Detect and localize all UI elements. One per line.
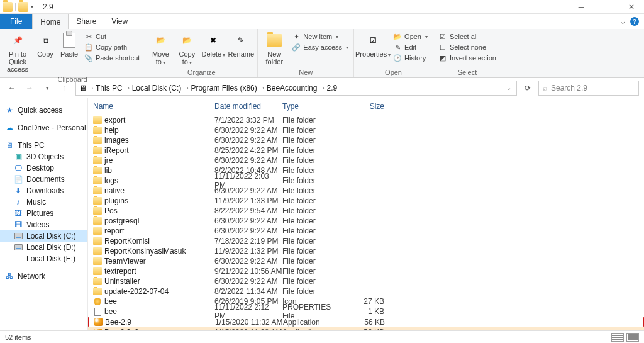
file-row[interactable]: Bee-2.91/15/2020 11:32 AMApplication56 K… (88, 317, 644, 327)
sidebar-item-this-pc[interactable]: 🖥This PC (0, 140, 87, 151)
sidebar-item-3d-objects[interactable]: ▣3D Objects (0, 151, 87, 162)
file-row[interactable]: ReportKomisi7/18/2022 2:19 PMFile folder (88, 236, 644, 246)
file-row[interactable]: bee11/11/2022 2:12 PMPROPERTIES File1 KB (88, 306, 644, 317)
breadcrumb-bar[interactable]: 🖥 ›This PC ›Local Disk (C:) ›Program Fil… (75, 81, 517, 96)
search-box[interactable]: ⌕ Search 2.9 (538, 81, 639, 96)
file-row[interactable]: help6/30/2022 9:22 AMFile folder (88, 125, 644, 135)
sidebar-item-network[interactable]: 🖧Network (0, 271, 87, 282)
sidebar-item-local-disk-e[interactable]: Local Disk (E:) (0, 253, 87, 264)
sidebar-item-pictures[interactable]: 🖼Pictures (0, 208, 87, 219)
select-none-button[interactable]: ☐Select none (436, 42, 499, 52)
file-row[interactable]: images6/30/2022 9:22 AMFile folder (88, 135, 644, 145)
file-type: Application (282, 328, 340, 330)
move-to-button[interactable]: 📂Move to▾ (148, 30, 173, 67)
edit-icon: ✎ (393, 43, 402, 52)
easy-access-button[interactable]: 🔗Easy access▾ (289, 42, 351, 52)
file-list[interactable]: export7/1/2022 3:32 PMFile folderhelp6/3… (88, 115, 644, 330)
file-row[interactable]: export7/1/2022 3:32 PMFile folder (88, 115, 644, 125)
file-row[interactable]: report6/30/2022 9:22 AMFile folder (88, 226, 644, 236)
back-button[interactable]: ← (5, 81, 19, 95)
file-row[interactable]: Uninstaller6/30/2022 9:22 AMFile folder (88, 276, 644, 286)
sidebar-item-quick-access[interactable]: ★Quick access (0, 104, 87, 116)
sidebar-item-downloads[interactable]: ⬇Downloads (0, 185, 87, 196)
tab-home[interactable]: Home (32, 14, 69, 29)
pin-to-quick-access-button[interactable]: 📌 Pin to Quick access (3, 30, 33, 74)
maximize-button[interactable]: ☐ (594, 0, 619, 14)
delete-button[interactable]: ✖Delete▾ (201, 30, 226, 60)
minimize-button[interactable]: ─ (569, 0, 594, 14)
sidebar-item-documents[interactable]: 📄Documents (0, 174, 87, 185)
column-header-size[interactable]: Size (340, 101, 384, 112)
copy-button[interactable]: ⧉ Copy (34, 30, 57, 59)
column-header-date[interactable]: Date modified (214, 101, 282, 112)
help-icon[interactable]: ? (630, 17, 639, 26)
new-folder-button[interactable]: New folder (260, 30, 288, 67)
tab-file[interactable]: File (0, 14, 32, 29)
sidebar-item-desktop[interactable]: 🖵Desktop (0, 162, 87, 174)
tab-view[interactable]: View (104, 14, 135, 29)
folder-icon[interactable] (18, 2, 28, 12)
forward-button[interactable]: → (23, 81, 36, 95)
file-row[interactable]: plugins11/9/2022 1:33 PMFile folder (88, 196, 644, 206)
file-row[interactable]: bee6/26/2019 9:05 PMIcon27 KB (88, 296, 644, 306)
column-header-type[interactable]: Type (282, 101, 340, 112)
large-icons-view-button[interactable] (626, 333, 639, 342)
paste-button[interactable]: Paste (58, 30, 80, 59)
copy-to-button[interactable]: 📂Copy to▾ (174, 30, 199, 67)
file-row[interactable]: Bee-2.9v21/15/2020 11:33 AMApplication56… (88, 327, 644, 330)
sidebar-item-local-disk-d[interactable]: Local Disk (D:) (0, 242, 87, 253)
file-row[interactable]: logs11/11/2022 2:03 PMFile folder (88, 176, 644, 186)
file-row[interactable]: native6/30/2022 9:22 AMFile folder (88, 186, 644, 196)
cut-button[interactable]: ✂Cut (82, 31, 142, 42)
chevron-down-icon[interactable]: ▾ (31, 4, 33, 9)
collapse-ribbon-icon[interactable]: ⌵ (621, 18, 625, 26)
sidebar-item-music[interactable]: ♪Music (0, 196, 87, 208)
sidebar-item-onedrive[interactable]: ☁OneDrive - Personal (0, 122, 87, 133)
file-row[interactable]: Pos8/22/2022 9:54 AMFile folder (88, 206, 644, 216)
select-all-button[interactable]: ☑Select all (436, 31, 499, 42)
refresh-button[interactable]: ⟳ (521, 81, 535, 95)
new-item-button[interactable]: ✦New item▾ (289, 31, 351, 42)
history-icon: 🕑 (393, 53, 402, 62)
ribbon-group-clipboard: 📌 Pin to Quick access ⧉ Copy Paste ✂Cut … (0, 29, 145, 77)
rename-button[interactable]: ✎Rename (227, 30, 255, 59)
edit-button[interactable]: ✎Edit (391, 42, 430, 52)
breadcrumb-item[interactable]: Program Files (x86) (191, 84, 257, 93)
file-row[interactable]: textreport9/21/2022 10:56 AMFile folder (88, 266, 644, 276)
file-row[interactable]: jre6/30/2022 9:22 AMFile folder (88, 155, 644, 166)
file-name: lib (104, 166, 112, 175)
open-button[interactable]: 📂Open▾ (391, 31, 430, 42)
desktop-icon: 🖵 (14, 164, 23, 172)
breadcrumb-item[interactable]: BeeAccounting (267, 84, 318, 93)
column-header-name[interactable]: Name (93, 101, 214, 112)
breadcrumb-item[interactable]: 2.9 (326, 84, 337, 93)
title-bar: ▾ 2.9 ─ ☐ ✕ (0, 0, 644, 14)
file-row[interactable]: update-2022-07-048/2/2022 11:34 AMFile f… (88, 286, 644, 296)
paste-shortcut-button[interactable]: 📎Paste shortcut (82, 53, 142, 63)
file-name: logs (104, 176, 118, 185)
file-type: File folder (282, 126, 340, 135)
details-view-button[interactable] (611, 333, 624, 342)
history-button[interactable]: 🕑History (391, 53, 430, 63)
file-type: File folder (282, 247, 340, 256)
file-name: ReportKonsinyasiMasuk (104, 247, 186, 256)
breadcrumb-item[interactable]: Local Disk (C:) (132, 84, 182, 93)
file-row[interactable]: TeamViewer6/30/2022 9:22 AMFile folder (88, 256, 644, 266)
sidebar-item-local-disk-c[interactable]: Local Disk (C:) (0, 230, 87, 242)
file-row[interactable]: iReport8/25/2022 4:22 PMFile folder (88, 145, 644, 155)
copy-path-button[interactable]: 📋Copy path (82, 42, 142, 52)
up-button[interactable]: ↑ (58, 81, 72, 95)
file-type: File folder (282, 257, 340, 266)
chevron-down-icon[interactable]: ⌄ (504, 84, 514, 91)
recent-locations-button[interactable]: ▾ (40, 81, 54, 95)
file-row[interactable]: postgresql6/30/2022 9:22 AMFile folder (88, 216, 644, 226)
ico-icon (93, 297, 102, 306)
close-button[interactable]: ✕ (619, 0, 644, 14)
file-row[interactable]: ReportKonsinyasiMasuk11/9/2022 1:32 PMFi… (88, 246, 644, 256)
tab-share[interactable]: Share (69, 14, 104, 29)
invert-selection-button[interactable]: ◩Invert selection (436, 53, 499, 63)
file-row[interactable]: lib8/2/2022 10:48 AMFile folder (88, 166, 644, 176)
properties-button[interactable]: ☑Properties▾ (357, 30, 389, 60)
breadcrumb-item[interactable]: This PC (96, 84, 123, 93)
sidebar-item-videos[interactable]: 🎞Videos (0, 219, 87, 230)
